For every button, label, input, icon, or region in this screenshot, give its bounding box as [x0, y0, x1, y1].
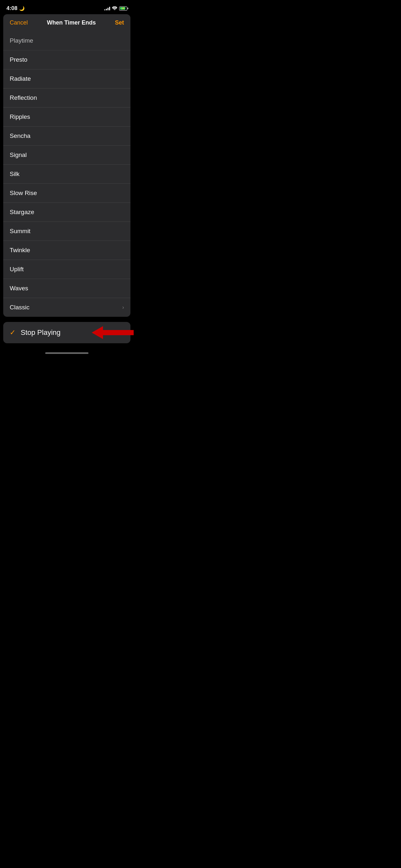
- list-item-presto[interactable]: Presto: [3, 51, 130, 69]
- list-item-classic[interactable]: Classic ›: [3, 298, 130, 317]
- home-bar: [45, 352, 89, 354]
- list-item-radiate[interactable]: Radiate: [3, 69, 130, 89]
- home-indicator: [0, 350, 134, 361]
- page-title: When Timer Ends: [47, 20, 96, 26]
- list-item-label: Waves: [10, 285, 28, 292]
- list-item-uplift[interactable]: Uplift: [3, 260, 130, 279]
- battery-icon: ⚡: [119, 6, 127, 11]
- list-item-reflection[interactable]: Reflection: [3, 89, 130, 107]
- time-display: 4:08: [6, 5, 18, 11]
- list-item-label: Signal: [10, 151, 27, 159]
- list-item-label: Presto: [10, 56, 27, 63]
- set-button[interactable]: Set: [115, 20, 124, 26]
- list-item-twinkle[interactable]: Twinkle: [3, 241, 130, 260]
- list-item-label: Uplift: [10, 266, 24, 273]
- checkmark-icon: ✓: [10, 329, 16, 337]
- list-item-label: Silk: [10, 170, 20, 178]
- status-time: 4:08 🌙: [6, 5, 25, 11]
- list-item-label: Reflection: [10, 94, 37, 101]
- list-item-silk[interactable]: Silk: [3, 165, 130, 184]
- list-item-slow-rise[interactable]: Slow Rise: [3, 184, 130, 203]
- stop-playing-container[interactable]: ✓ Stop Playing: [3, 322, 130, 343]
- list-item-stargaze[interactable]: Stargaze: [3, 203, 130, 222]
- list-item-summit[interactable]: Summit: [3, 222, 130, 241]
- list-item-label: Classic: [10, 304, 29, 311]
- list-item-sencha[interactable]: Sencha: [3, 127, 130, 146]
- signal-icon: [104, 6, 110, 10]
- red-arrow: [92, 326, 134, 339]
- list-item-label: Sencha: [10, 132, 30, 140]
- list-item-label: Ripples: [10, 113, 30, 120]
- list-item-playtime[interactable]: Playtime: [3, 31, 130, 51]
- cancel-button[interactable]: Cancel: [10, 20, 28, 26]
- wifi-icon: [112, 6, 117, 11]
- list-item-label: Stargaze: [10, 209, 34, 216]
- list-item-label: Summit: [10, 228, 30, 235]
- list-item-ripples[interactable]: Ripples: [3, 107, 130, 127]
- status-bar: 4:08 🌙 ⚡: [0, 0, 134, 14]
- list-item-label: Radiate: [10, 75, 31, 82]
- stop-playing-label: Stop Playing: [21, 329, 61, 337]
- chevron-right-icon: ›: [122, 305, 124, 310]
- status-right: ⚡: [104, 6, 127, 11]
- list-item-signal[interactable]: Signal: [3, 146, 130, 165]
- nav-header: Cancel When Timer Ends Set: [3, 14, 130, 31]
- ringtone-list: Playtime Presto Radiate Reflection Rippl…: [3, 31, 130, 317]
- list-item-label: Playtime: [10, 37, 33, 44]
- list-item-label: Twinkle: [10, 247, 30, 254]
- moon-icon: 🌙: [19, 6, 25, 11]
- list-item-label: Slow Rise: [10, 190, 37, 197]
- list-item-waves[interactable]: Waves: [3, 279, 130, 298]
